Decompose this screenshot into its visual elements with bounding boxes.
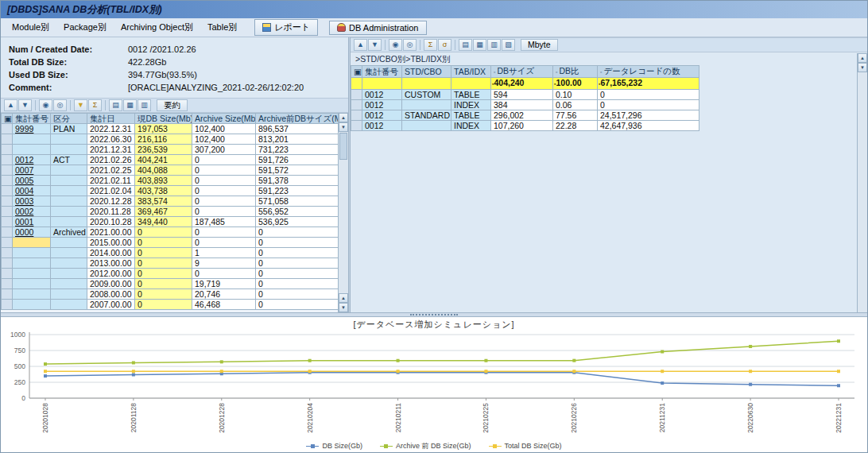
scrollbar-track[interactable] [858,72,867,312]
summary-number-cell[interactable]: 0007 [13,165,51,176]
window-title: [DBDS]SANA DB分析(TBL/IDX別) [7,3,162,17]
summary-number-cell[interactable]: 0000 [13,227,51,238]
scroll-down-icon[interactable]: ▼ [339,303,348,312]
summary-number-link[interactable]: 9999 [15,124,33,134]
menu-module[interactable]: Module別 [6,19,56,36]
row-select-cell[interactable] [351,100,362,110]
find-next-icon[interactable]: ◎ [53,99,67,111]
left-column-header-4[interactable]: Archive Size(Mb) [192,114,256,124]
summary-number-link[interactable]: 0007 [15,165,33,175]
row-select-cell[interactable] [2,217,13,227]
subtotal-icon[interactable]: σ [438,39,451,51]
pre-archive-db-size-cell: 0 [256,289,339,300]
summary-number-link[interactable]: 0000 [15,227,33,237]
right-column-header-1[interactable]: STD/CBO [402,66,451,78]
sort-descending-icon[interactable]: ▼ [18,99,32,111]
summary-number-link[interactable]: 0005 [15,176,33,185]
row-select-cell[interactable] [2,124,13,134]
summary-number-cell[interactable]: 0012 [13,155,51,165]
right-column-header-3[interactable]: ▫DBサイズ [491,66,553,78]
row-select-cell[interactable] [2,134,13,145]
summary-number-cell[interactable]: 0004 [13,186,51,196]
sort-ascending-icon[interactable]: ▲ [354,39,367,51]
row-select-cell[interactable] [2,269,13,279]
menu-package[interactable]: Package別 [57,19,113,36]
tab-idx-cell: TABLE [451,110,491,121]
left-column-header-0[interactable]: 集計番号 [13,114,51,124]
row-select-cell[interactable] [2,196,13,207]
row-select-cell[interactable] [2,165,13,176]
row-select-cell[interactable] [2,300,13,310]
right-grid-scrollbar[interactable]: ▲ ▼ [857,53,867,312]
row-select-cell[interactable] [351,110,362,121]
row-select-cell[interactable] [2,227,13,238]
menu-archiving-object[interactable]: Archiving Object別 [114,19,200,36]
row-select-cell[interactable] [351,78,362,90]
row-select-cell[interactable] [2,207,13,217]
summary-number-cell[interactable]: 0005 [13,176,51,186]
summary-field-value: [ORACLE]ANALYZING_2021-02-26/12:02:20 [128,81,304,94]
find-icon[interactable]: ◉ [389,39,402,51]
graph-icon[interactable]: ▧ [502,39,515,51]
summary-number-cell[interactable]: 0001 [13,217,51,227]
summary-number-link[interactable]: 0004 [15,186,33,196]
unit-mbyte-button[interactable]: Mbyte [521,39,558,51]
row-select-cell[interactable] [2,238,13,248]
left-column-header-5[interactable]: Archive前DBサイズ(Mb) [256,114,339,124]
sum-icon[interactable]: Σ [424,39,437,51]
summary-number-cell[interactable]: 9999 [13,124,51,134]
scrollbar-track[interactable] [339,161,348,293]
row-select-cell[interactable] [2,145,13,155]
db-administration-button[interactable]: DB Administration [329,21,426,35]
select-all-icon[interactable]: ▣ [2,114,13,124]
summary-button[interactable]: 要約 [157,99,188,111]
left-column-header-2[interactable]: 集計日 [87,114,135,124]
export-icon[interactable]: ▦ [473,39,486,51]
summary-number-cell[interactable]: 0003 [13,196,51,207]
pre-archive-db-size-cell: 896,537 [256,124,339,134]
tab-idx-cell [451,78,491,90]
find-icon[interactable]: ◉ [39,99,52,111]
right-column-header-5[interactable]: ▫データレコードの数 [598,66,699,78]
summary-number-link[interactable]: 0002 [15,207,33,216]
filter-icon[interactable]: ▼ [74,99,87,111]
row-select-cell[interactable] [2,258,13,269]
summary-number-link[interactable]: 0001 [15,217,33,226]
row-select-cell[interactable] [351,90,362,100]
print-icon[interactable]: ▤ [109,99,122,111]
layout-icon[interactable]: ▥ [138,99,151,111]
row-select-cell[interactable] [2,176,13,186]
right-column-header-2[interactable]: TAB/IDX [451,66,491,78]
left-column-header-1[interactable]: 区分 [51,114,87,124]
summary-number-link[interactable]: 0003 [15,196,33,206]
sort-ascending-icon[interactable]: ▲ [4,99,17,111]
row-select-cell[interactable] [351,121,362,131]
row-select-cell[interactable] [2,248,13,258]
sum-icon[interactable]: Σ [88,99,102,111]
row-select-cell[interactable] [2,186,13,196]
scroll-up-icon[interactable]: ▲ [339,113,348,122]
summary-number-link[interactable]: 0012 [15,155,33,165]
scroll-up-icon[interactable]: ▲ [858,53,867,63]
summary-number-cell[interactable]: 0002 [13,207,51,217]
menu-table[interactable]: Table別 [201,19,243,36]
sort-descending-icon[interactable]: ▼ [368,39,382,51]
scroll-down-icon[interactable]: ▼ [858,63,867,72]
scroll-up-icon[interactable]: ▲ [339,293,348,303]
export-icon[interactable]: ▦ [123,99,137,111]
left-column-header-3[interactable]: 現DB Size(Mb) [135,114,192,124]
row-select-cell[interactable] [2,155,13,165]
scrollbar-thumb[interactable] [339,133,347,160]
row-select-cell[interactable] [2,289,13,300]
right-column-header-4[interactable]: ▫DB比 [553,66,598,78]
archive-size-cell: 0 [192,165,256,176]
report-button[interactable]: レポート [254,19,318,36]
find-next-icon[interactable]: ◎ [403,39,417,51]
left-grid-scrollbar[interactable]: ▲ ▼ ▲ ▼ [338,113,348,312]
row-select-cell[interactable] [2,279,13,289]
layout-icon[interactable]: ▥ [487,39,501,51]
select-all-icon[interactable]: ▣ [351,66,362,78]
print-icon[interactable]: ▤ [459,39,472,51]
scroll-down-icon[interactable]: ▼ [339,122,348,132]
right-column-header-0[interactable]: 集計番号 [362,66,402,78]
